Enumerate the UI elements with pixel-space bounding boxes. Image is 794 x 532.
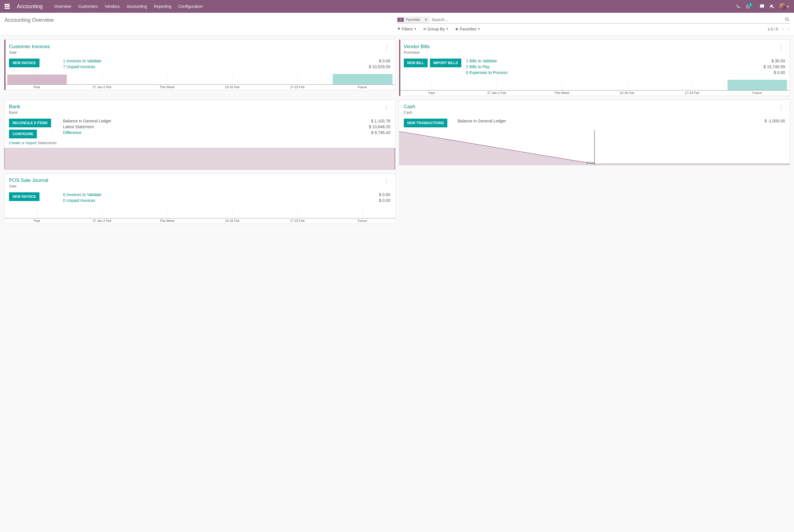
new-transactions-button[interactable]: NEW TRANSACTIONS <box>404 119 448 127</box>
timer-badge: 8 <box>749 3 753 7</box>
reconcile-button[interactable]: RECONCILE 6 ITEMS <box>9 119 51 127</box>
axis-label: 27 Jan-2 Feb <box>464 91 529 96</box>
axis-label: Future <box>330 219 395 224</box>
stat-amount: $ 0.00 <box>379 59 390 63</box>
card-cash: Cash Cash ⋮ NEW TRANSACTIONS Balance in … <box>399 99 790 165</box>
pager-prev-icon[interactable]: ‹ <box>782 26 783 32</box>
stat-link[interactable]: 0 Expenses to Process <box>466 70 507 75</box>
stat-amount: $ 30.00 <box>771 59 785 63</box>
facet-remove-icon[interactable]: ✕ <box>423 17 429 22</box>
stat-link[interactable]: 1 Invoices to Validate <box>63 59 101 63</box>
groupby-button[interactable]: Group By ▼ <box>423 27 448 31</box>
kebab-icon[interactable]: ⋮ <box>383 177 390 184</box>
kebab-icon[interactable]: ⋮ <box>383 104 390 110</box>
stat-link[interactable]: 1 Bills to Validate <box>466 59 497 63</box>
page-title: Accounting Overview <box>5 17 54 23</box>
star-icon: ★ <box>455 27 459 31</box>
card-bank: Bank Bank ⋮ RECONCILE 6 ITEMS CONFIGURE … <box>4 99 395 170</box>
chat-icon[interactable] <box>760 4 764 9</box>
create-link[interactable]: Create <box>9 141 20 145</box>
nav-vendors[interactable]: Vendors <box>105 4 119 9</box>
stat-amount: $ -1,000.00 <box>764 119 785 123</box>
axis-label: Future <box>330 85 395 90</box>
nav-customers[interactable]: Customers <box>78 4 98 9</box>
caret-down-icon: ▼ <box>478 27 480 31</box>
stat-amount: $ 10,848.20 <box>369 125 390 129</box>
svg-point-1 <box>786 18 788 20</box>
card-title[interactable]: Cash <box>404 104 416 110</box>
card-title[interactable]: Customer Invoices <box>9 44 50 50</box>
axis-label: 10-16 Feb <box>200 85 265 90</box>
stat-link[interactable]: 2 Bills to Pay <box>466 64 490 69</box>
configure-button[interactable]: CONFIGURE <box>9 130 37 138</box>
stat-link[interactable]: 0 Invoices to Validate <box>63 192 101 197</box>
facet-label: Favorites <box>404 17 423 22</box>
nav-configuration[interactable]: Configuration <box>178 4 202 9</box>
card-title[interactable]: POS Sale Journal <box>9 177 48 183</box>
axis-label: 17-23 Feb <box>265 85 330 90</box>
new-invoice-button[interactable]: NEW INVOICE <box>9 59 39 67</box>
nav-overview[interactable]: Overview <box>54 4 71 9</box>
search-icon[interactable] <box>785 17 789 23</box>
new-invoice-button[interactable]: NEW INVOICE <box>9 192 39 201</box>
axis-label: 10-16 Feb <box>200 219 265 224</box>
invoice-chart: Past 27 Jan-2 Feb This Week 10-16 Feb 17… <box>4 72 395 90</box>
axis-label: Past <box>4 85 69 90</box>
chart-point-label: 5 Feb <box>587 161 594 165</box>
stat-amount: $ 0.00 <box>379 192 390 197</box>
filters-button[interactable]: Filters ▼ <box>397 27 417 31</box>
filter-icon <box>398 18 404 22</box>
card-title[interactable]: Bank <box>9 104 20 110</box>
favorites-button[interactable]: ★ Favorites ▼ <box>455 27 480 31</box>
statement-links: Create or Import Statements <box>9 141 57 145</box>
search-bar[interactable]: Favorites ✕ <box>397 17 790 23</box>
nav-reporting[interactable]: Reporting <box>154 4 171 9</box>
new-bill-button[interactable]: NEW BILL <box>404 59 428 67</box>
cash-chart: 5 Feb <box>399 130 790 165</box>
kebab-icon[interactable]: ⋮ <box>777 44 785 50</box>
pager-next-icon[interactable]: › <box>788 26 789 32</box>
search-input[interactable] <box>429 17 785 23</box>
phone-icon[interactable] <box>736 4 740 8</box>
card-customer-invoices: Customer Invoices Sale ⋮ NEW INVOICE 1 I… <box>4 39 395 90</box>
axis-label: This Week <box>135 85 200 90</box>
card-title[interactable]: Vendor Bills <box>404 44 430 50</box>
kebab-icon[interactable]: ⋮ <box>383 44 390 50</box>
kebab-icon[interactable]: ⋮ <box>777 104 785 110</box>
stat-label: Balance in General Ledger <box>458 119 506 123</box>
stat-link[interactable]: Difference <box>63 130 81 135</box>
axis-label: 17-23 Feb <box>265 219 330 224</box>
stat-label: Balance in General Ledger <box>63 119 111 123</box>
import-bills-button[interactable]: IMPORT BILLS <box>430 59 462 67</box>
axis-label: 10-16 Feb <box>594 91 659 96</box>
axis-label: 27 Jan-2 Feb <box>69 219 134 224</box>
axis-label: Future <box>725 91 790 96</box>
favorites-label: Favorites <box>460 27 477 31</box>
nav-accounting[interactable]: Accounting <box>127 4 147 9</box>
top-nav: Accounting Overview Customers Vendors Ac… <box>0 0 794 13</box>
user-menu[interactable]: ▼ <box>779 3 789 10</box>
stat-link[interactable]: 7 Unpaid Invoices <box>63 64 95 69</box>
main-menu: Overview Customers Vendors Accounting Re… <box>54 4 203 9</box>
stat-amount: $ 1,102.78 <box>371 119 390 123</box>
axis-label: This Week <box>135 219 200 224</box>
stat-link[interactable]: 0 Unpaid Invoices <box>63 198 95 203</box>
groupby-label: Group By <box>428 27 445 31</box>
axis-label: Past <box>399 91 464 96</box>
card-pos-sale: POS Sale Journal Sale ⋮ NEW INVOICE 0 In… <box>4 173 395 224</box>
axis-label: 27 Jan-2 Feb <box>69 85 134 90</box>
axis-label: Past <box>4 219 69 224</box>
apps-icon[interactable] <box>5 4 10 9</box>
tools-icon[interactable] <box>770 4 774 9</box>
pager-text[interactable]: 1-5 / 5 <box>767 27 778 31</box>
stat-amount: $ 9,745.42 <box>371 130 390 135</box>
avatar <box>779 3 786 10</box>
card-subtitle: Bank <box>9 110 20 115</box>
timer-icon[interactable]: 8 <box>745 4 755 9</box>
dashboard: Customer Invoices Sale ⋮ NEW INVOICE 1 I… <box>0 35 794 228</box>
import-link[interactable]: Import <box>26 141 37 145</box>
app-brand[interactable]: Accounting <box>17 3 43 10</box>
card-subtitle: Sale <box>9 50 50 55</box>
stat-label: Latest Statement <box>63 125 94 129</box>
axis-label: This Week <box>529 91 594 96</box>
